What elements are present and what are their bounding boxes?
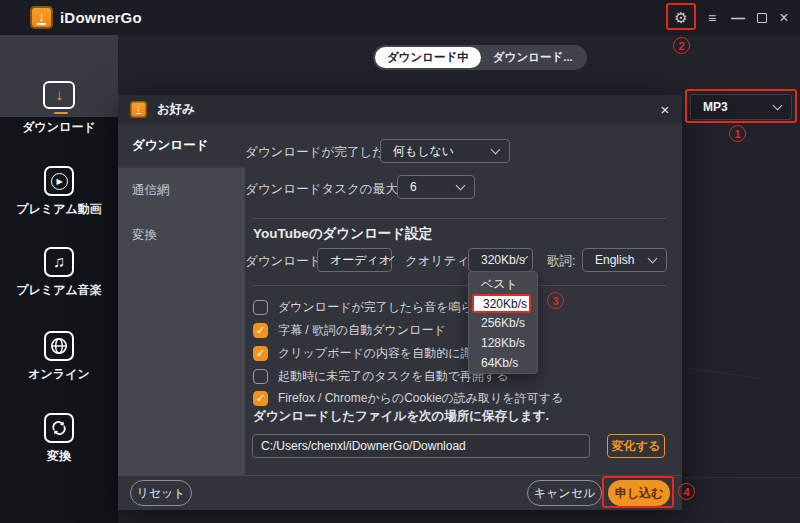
change-path-button[interactable]: 変化する — [607, 434, 665, 458]
dialog-tab-list: ダウンロード 通信網 変換 — [118, 123, 245, 475]
sidebar-item-online[interactable]: オンライン — [0, 331, 118, 383]
checkbox-row-sound[interactable]: ダウンロードが完了したら音を鳴らす — [253, 296, 485, 318]
premium-music-icon: ♫ — [44, 247, 74, 277]
quality-option-best[interactable]: ベスト — [469, 274, 537, 294]
quality-option-320[interactable]: 320Kb/s — [472, 294, 531, 313]
convert-icon — [44, 413, 74, 443]
premium-video-icon: ▶ — [44, 166, 74, 196]
checkbox-checked-icon[interactable]: ✓ — [253, 346, 268, 361]
max-tasks-select[interactable]: 6 — [397, 175, 475, 199]
quality-option-64[interactable]: 64Kb/s — [469, 353, 537, 373]
dialog-tab-convert[interactable]: 変換 — [118, 213, 245, 258]
dialog-title: お好み — [157, 101, 195, 118]
annotation-box-apply — [602, 476, 674, 508]
on-complete-label: ダウンロードが完了したら — [245, 144, 398, 161]
max-tasks-label: ダウンロードタスクの最大数: — [245, 181, 414, 198]
preferences-dialog: ↓ お好み × ダウンロード 通信網 変換 ダウンロードが完了したら 何もしない… — [118, 95, 682, 510]
sidebar-item-premium-music[interactable]: ♫ プレミアム音楽 — [0, 247, 118, 299]
sidebar-item-download[interactable]: ↓ ダウンロード — [0, 81, 118, 136]
save-path-label: ダウンロードしたファイルを次の場所に保存します. — [253, 408, 549, 425]
annotation-circle-2: 2 — [673, 37, 690, 54]
yt-quality-select[interactable]: 320Kb/s — [468, 248, 533, 272]
annotation-circle-1: 1 — [729, 125, 746, 142]
download-tabs: ダウンロード中 ダウンロード... — [373, 45, 587, 70]
section-divider — [253, 218, 666, 219]
chevron-down-icon — [648, 254, 658, 264]
maximize-icon — [757, 13, 767, 23]
dialog-tab-download[interactable]: ダウンロード — [118, 123, 245, 168]
dialog-header: ↓ お好み × — [118, 95, 682, 123]
dialog-logo-icon: ↓ — [130, 101, 147, 118]
dialog-tab-network[interactable]: 通信網 — [118, 168, 245, 213]
reset-button[interactable]: リセット — [130, 480, 192, 506]
checkbox-unchecked-icon[interactable] — [253, 300, 268, 315]
dialog-content: ダウンロードが完了したら 何もしない ダウンロードタスクの最大数: 6 YouT… — [245, 123, 682, 475]
download-icon: ↓ — [43, 81, 75, 109]
annotation-circle-3: 3 — [547, 292, 564, 309]
annotation-box-format — [685, 89, 797, 123]
quality-dropdown-panel: ベスト 320Kb/s 256Kb/s 128Kb/s 64Kb/s — [468, 271, 538, 374]
tab-downloaded[interactable]: ダウンロード... — [481, 47, 585, 68]
annotation-circle-4: 4 — [678, 483, 695, 500]
yt-download-label: ダウンロード: — [245, 253, 325, 270]
maximize-button[interactable] — [750, 0, 774, 35]
online-globe-icon — [44, 331, 74, 361]
checkbox-checked-icon[interactable]: ✓ — [253, 323, 268, 338]
menu-icon[interactable]: ≡ — [700, 0, 724, 35]
empty-state-hint — [688, 368, 762, 379]
yt-lyrics-select[interactable]: English — [582, 248, 667, 272]
dialog-footer: リセット キャンセル 申し込む — [118, 475, 682, 510]
tab-downloading[interactable]: ダウンロード中 — [375, 47, 481, 68]
quality-option-128[interactable]: 128Kb/s — [469, 333, 537, 353]
app-logo-icon: ↓ — [30, 6, 53, 29]
minimize-button[interactable]: — — [726, 0, 750, 35]
bottom-divider — [682, 477, 800, 478]
quality-option-256[interactable]: 256Kb/s — [469, 313, 537, 333]
window-close-button[interactable]: × — [772, 0, 796, 35]
yt-download-select[interactable]: オーディオ — [317, 248, 392, 272]
app-title: iDownerGo — [60, 9, 142, 26]
dialog-close-icon[interactable]: × — [652, 95, 678, 123]
sidebar-item-convert[interactable]: 変換 — [0, 413, 118, 465]
annotation-box-gear — [666, 3, 696, 30]
sidebar-item-premium-video[interactable]: ▶ プレミアム動画 — [0, 166, 118, 218]
checkbox-row-cookies[interactable]: ✓ Firefox / ChromeからのCookieの読み取りを許可する — [253, 387, 563, 409]
chevron-down-icon — [456, 181, 466, 191]
section-divider — [253, 285, 666, 286]
checkbox-row-subtitles[interactable]: ✓ 字幕 / 歌詞の自動ダウンロード — [253, 319, 446, 341]
on-complete-select[interactable]: 何もしない — [380, 139, 510, 163]
app-sidebar: ↓ ダウンロード ▶ プレミアム動画 ♫ プレミアム音楽 オンライン 変換 サポ… — [0, 35, 118, 523]
checkbox-unchecked-icon[interactable] — [253, 369, 268, 384]
save-path-input[interactable] — [252, 434, 590, 458]
cancel-button[interactable]: キャンセル — [527, 480, 602, 506]
youtube-settings-title: YouTubeのダウンロード設定 — [253, 225, 432, 243]
yt-lyrics-label: 歌詞: — [547, 253, 575, 270]
chevron-down-icon — [491, 145, 501, 155]
checkbox-checked-icon[interactable]: ✓ — [253, 391, 268, 406]
